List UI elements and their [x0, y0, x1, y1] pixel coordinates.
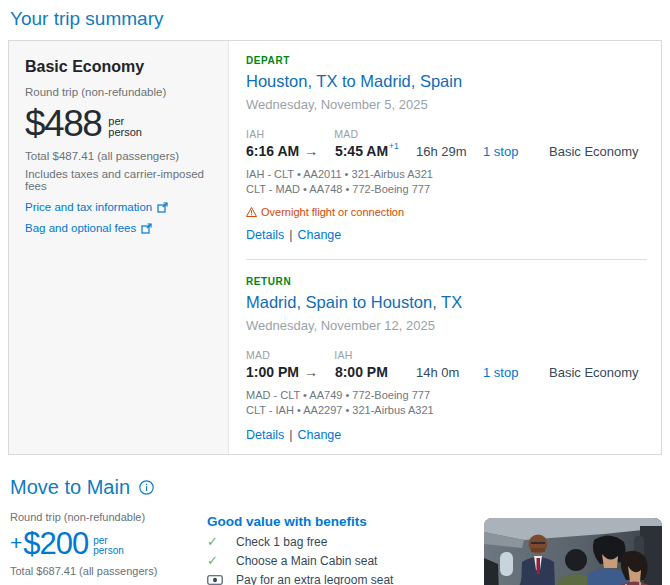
- check-icon: ✓: [207, 536, 223, 548]
- next-day-superscript: +1: [389, 141, 399, 151]
- upsell-total-label: Total $687.41 (all passengers): [10, 565, 207, 577]
- duration-label: 16h 29m: [416, 144, 483, 159]
- cabin-photo: [484, 518, 662, 585]
- upsell-title-row: Move to Main: [10, 476, 662, 499]
- upsell-title: Move to Main: [10, 476, 130, 499]
- depart-time: 6:16 AM→: [246, 143, 331, 159]
- overnight-warning: Overnight flight or connection: [246, 206, 647, 218]
- airport-codes-row: IAH MAD: [246, 128, 647, 140]
- cabin-label: Basic Economy: [549, 365, 639, 380]
- depart-time-value: 6:16 AM: [246, 143, 299, 159]
- segment-line: IAH - CLT • AA2011 • 321-Airbus A321: [246, 167, 647, 182]
- stops-cell: 1 stop: [483, 365, 549, 380]
- cabin-label: Basic Economy: [549, 144, 639, 159]
- bag-fees-link-label: Bag and optional fees: [25, 222, 136, 234]
- segment-lines: IAH - CLT • AA2011 • 321-Airbus A321 CLT…: [246, 167, 647, 197]
- plus-sign: +: [10, 528, 22, 558]
- upsell-price: + $200 per person: [10, 528, 207, 560]
- arrive-time: 8:00 PM: [335, 364, 388, 380]
- details-link[interactable]: Details: [246, 428, 284, 442]
- origin-code: MAD: [246, 349, 331, 361]
- person-label: person: [93, 545, 124, 556]
- arrow-right-icon: →: [304, 143, 318, 159]
- arrive-time: 5:45 AM+1: [335, 143, 399, 159]
- destination-code: IAH: [334, 349, 352, 361]
- stops-link[interactable]: 1 stop: [483, 365, 518, 380]
- warning-icon: [246, 207, 257, 217]
- price-tax-link[interactable]: Price and tax information: [25, 201, 212, 213]
- trip-type-label: Round trip (non-refundable): [10, 511, 207, 523]
- direction-label: RETURN: [246, 276, 647, 287]
- slice-links: Details|Change: [246, 228, 647, 242]
- fare-total-label: Total $487.41 (all passengers): [25, 150, 212, 162]
- benefit-item: ✓ Check 1 bag free: [207, 536, 484, 548]
- slice-links: Details|Change: [246, 428, 647, 442]
- price-amount: $488: [25, 105, 101, 143]
- money-icon: [207, 575, 223, 585]
- benefit-label: Check 1 bag free: [236, 536, 327, 548]
- change-link[interactable]: Change: [297, 228, 341, 242]
- segment-line: CLT - MAD • AA748 • 772-Boeing 777: [246, 182, 647, 197]
- segment-line: CLT - IAH • AA2297 • 321-Airbus A321: [246, 403, 647, 418]
- link-separator: |: [289, 228, 292, 242]
- cabin-photo-illustration: [484, 518, 662, 585]
- upsell-pricing-column: Round trip (non-refundable) + $200 per p…: [10, 511, 207, 585]
- segment-lines: MAD - CLT • AA749 • 772-Boeing 777 CLT -…: [246, 388, 647, 418]
- slice-date: Wednesday, November 5, 2025: [246, 97, 647, 112]
- trip-summary-card: Basic Economy Round trip (non-refundable…: [8, 40, 662, 455]
- trip-summary-page: Your trip summary Basic Economy Round tr…: [0, 0, 670, 585]
- change-link[interactable]: Change: [297, 428, 341, 442]
- flight-slices: DEPART Houston, TX to Madrid, Spain Wedn…: [229, 41, 661, 454]
- price-tax-link-label: Price and tax information: [25, 201, 152, 213]
- move-to-main-section: Move to Main Round trip (non-refundable)…: [8, 476, 662, 585]
- person-label: person: [108, 126, 142, 138]
- arrive-time-value: 5:45 AM: [335, 143, 388, 159]
- airport-codes-row: MAD IAH: [246, 349, 647, 361]
- slice-date: Wednesday, November 12, 2025: [246, 318, 647, 333]
- per-person-label: per person: [108, 116, 142, 138]
- fare-includes-label: Includes taxes and carrier-imposed fees: [25, 168, 212, 192]
- stops-link[interactable]: 1 stop: [483, 144, 518, 159]
- slice-divider: [246, 259, 647, 260]
- overnight-warning-text: Overnight flight or connection: [261, 206, 404, 218]
- external-link-icon: [157, 202, 168, 213]
- origin-code: IAH: [246, 128, 331, 140]
- flight-times-row: 1:00 PM→ 8:00 PM 14h 0m 1 stop Basic Eco…: [246, 364, 647, 380]
- upsell-columns: Round trip (non-refundable) + $200 per p…: [10, 511, 662, 585]
- fare-name: Basic Economy: [25, 58, 212, 76]
- per-person-label: per person: [93, 536, 124, 556]
- fare-price: $488 per person: [25, 105, 212, 143]
- upsell-price-amount: $200: [23, 528, 88, 560]
- depart-time: 1:00 PM→: [246, 364, 331, 380]
- check-icon: ✓: [207, 555, 223, 567]
- arrow-right-icon: →: [304, 364, 318, 380]
- segment-line: MAD - CLT • AA749 • 772-Boeing 777: [246, 388, 647, 403]
- benefit-item: Pay for an extra legroom seat: [207, 574, 484, 585]
- fare-panel: Basic Economy Round trip (non-refundable…: [9, 41, 229, 454]
- arrive-time-value: 8:00 PM: [335, 364, 388, 380]
- info-icon[interactable]: [139, 480, 154, 495]
- route-heading: Madrid, Spain to Houston, TX: [246, 293, 647, 312]
- benefit-item: ✓ Choose a Main Cabin seat: [207, 555, 484, 567]
- depart-slice: DEPART Houston, TX to Madrid, Spain Wedn…: [246, 55, 647, 242]
- times-block: 6:16 AM→ 5:45 AM+1: [246, 143, 416, 159]
- return-slice: RETURN Madrid, Spain to Houston, TX Wedn…: [246, 276, 647, 442]
- benefit-label: Choose a Main Cabin seat: [236, 555, 377, 567]
- route-heading: Houston, TX to Madrid, Spain: [246, 72, 647, 91]
- benefits-column: Good value with benefits ✓ Check 1 bag f…: [207, 511, 484, 585]
- details-link[interactable]: Details: [246, 228, 284, 242]
- flight-times-row: 6:16 AM→ 5:45 AM+1 16h 29m 1 stop Basic …: [246, 143, 647, 159]
- destination-code: MAD: [334, 128, 358, 140]
- stops-cell: 1 stop: [483, 144, 549, 159]
- depart-time-value: 1:00 PM: [246, 364, 299, 380]
- direction-label: DEPART: [246, 55, 647, 66]
- page-title: Your trip summary: [10, 8, 662, 30]
- benefits-title: Good value with benefits: [207, 514, 484, 529]
- link-separator: |: [289, 428, 292, 442]
- benefit-label: Pay for an extra legroom seat: [236, 574, 393, 585]
- external-link-icon: [141, 223, 152, 234]
- duration-label: 14h 0m: [416, 365, 483, 380]
- bag-fees-link[interactable]: Bag and optional fees: [25, 222, 212, 234]
- trip-type-label: Round trip (non-refundable): [25, 86, 212, 98]
- times-block: 1:00 PM→ 8:00 PM: [246, 364, 416, 380]
